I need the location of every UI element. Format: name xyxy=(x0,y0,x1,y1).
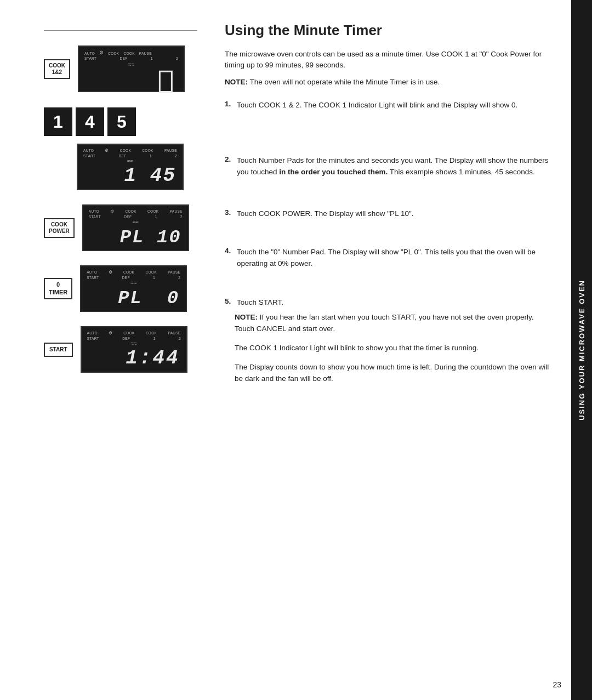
display-2-value: 1 45 xyxy=(81,164,179,187)
instruction-2-number: 2. xyxy=(225,155,235,178)
start-button[interactable]: START xyxy=(44,343,73,357)
num-5-button[interactable]: 5 xyxy=(107,107,136,136)
step3-row: COOK POWER AUTO ⚙ COOK COOK PAUSE START … xyxy=(44,204,197,251)
display-3: AUTO ⚙ COOK COOK PAUSE START DEF 1 2 ≈≈ … xyxy=(82,204,189,251)
disp-auto: AUTO xyxy=(84,52,95,55)
instruction-3-number: 3. xyxy=(225,208,235,220)
display-1-row2: START DEF 1 2 xyxy=(82,55,180,60)
intro-text: The microwave oven controls can be used … xyxy=(225,49,555,71)
display-4: AUTO ⚙ COOK COOK PAUSE START DEF 1 2 ≈≈ … xyxy=(80,265,187,312)
right-panel: Using the Minute Timer The microwave ove… xyxy=(208,0,571,700)
number-buttons: 1 4 5 xyxy=(44,107,197,136)
top-divider xyxy=(44,30,197,31)
disp-start1: START xyxy=(84,56,96,60)
main-content: COOK 1&2 AUTO ⚙ COOK COOK PAUSE START DE… xyxy=(0,0,571,700)
instruction-5-note: NOTE: If you hear the fan start when you… xyxy=(235,312,555,335)
instruction-5-text: Touch START. xyxy=(237,297,283,309)
step2-row: AUTO ⚙ COOK COOK PAUSE START DEF 1 2 ≈≈ … xyxy=(77,144,197,190)
display-5: AUTO ⚙ COOK COOK PAUSE START DEF 1 2 ≈≈ … xyxy=(81,326,187,373)
instruction-1-text: Touch COOK 1 & 2. The COOK 1 Indicator L… xyxy=(237,100,517,111)
disp-wave-icon: ≈≈ xyxy=(82,61,180,67)
display-2-top: AUTO ⚙ COOK COOK PAUSE xyxy=(81,147,179,153)
disp-cook2: COOK xyxy=(123,52,134,55)
num-4-button[interactable]: 4 xyxy=(76,107,104,136)
display-5-value: 1:44 xyxy=(85,347,183,369)
display-1-labels: AUTO ⚙ COOK COOK PAUSE xyxy=(84,50,152,55)
page-title: Using the Minute Timer xyxy=(225,22,555,39)
step1-row: COOK 1&2 AUTO ⚙ COOK COOK PAUSE START DE… xyxy=(44,45,197,92)
disp-def1: DEF xyxy=(120,56,128,60)
instruction-3: 3. Touch COOK POWER. The Display will sh… xyxy=(225,208,555,220)
side-tab-text: USING YOUR MICROWAVE OVEN xyxy=(578,280,586,420)
cook-power-button[interactable]: COOK POWER xyxy=(44,218,75,238)
instruction-4-number: 4. xyxy=(225,247,235,270)
instruction-5-note-label: NOTE: xyxy=(235,313,258,321)
instruction-5: 5. Touch START. NOTE: If you hear the fa… xyxy=(225,297,555,385)
display-1: AUTO ⚙ COOK COOK PAUSE START DEF 1 2 ≈≈ xyxy=(78,45,185,92)
instruction-2-bold: in the order you touched them. xyxy=(279,168,388,176)
page-number: 23 xyxy=(553,680,561,689)
instruction-4: 4. Touch the "0" Number Pad. The Display… xyxy=(225,247,555,270)
instruction-5-extra1: The COOK 1 Indicator Light will blink to… xyxy=(235,343,555,354)
display-2: AUTO ⚙ COOK COOK PAUSE START DEF 1 2 ≈≈ … xyxy=(77,144,184,190)
side-tab: USING YOUR MICROWAVE OVEN xyxy=(571,0,592,700)
instruction-1: 1. Touch COOK 1 & 2. The COOK 1 Indicato… xyxy=(225,100,555,111)
display-4-value: PL 0 xyxy=(84,288,183,309)
instruction-5-extra2: The Display counts down to show you how … xyxy=(235,362,555,385)
instruction-2: 2. Touch Number Pads for the minutes and… xyxy=(225,155,555,178)
instruction-1-number: 1. xyxy=(225,100,235,111)
instruction-2-text: Touch Number Pads for the minutes and se… xyxy=(237,155,555,178)
step4-row: 0 TIMER AUTO ⚙ COOK COOK PAUSE START DEF… xyxy=(44,265,197,312)
display-3-value: PL 10 xyxy=(87,227,185,248)
cook-182-button[interactable]: COOK 1&2 xyxy=(44,59,70,79)
zero-timer-button[interactable]: 0 TIMER xyxy=(44,278,72,299)
step5-row: START AUTO ⚙ COOK COOK PAUSE START DEF 1… xyxy=(44,326,197,373)
instruction-5-number: 5. xyxy=(225,297,235,309)
instruction-4-text: Touch the "0" Number Pad. The Display wi… xyxy=(237,247,555,270)
display-2-row2: START DEF 1 2 xyxy=(81,153,179,158)
num-1-button[interactable]: 1 xyxy=(44,107,72,136)
disp-wave-1: ⚙ xyxy=(99,50,104,55)
display-1-value: ⎕ xyxy=(82,69,180,97)
display-1-top: AUTO ⚙ COOK COOK PAUSE xyxy=(82,49,180,55)
note-text: NOTE: The oven will not operate while th… xyxy=(225,77,555,88)
left-panel: COOK 1&2 AUTO ⚙ COOK COOK PAUSE START DE… xyxy=(0,0,208,700)
note-content: The oven will not operate while the Minu… xyxy=(250,78,440,86)
note-label: NOTE: xyxy=(225,78,248,86)
disp-cook1: COOK xyxy=(108,52,119,55)
instruction-3-text: Touch COOK POWER. The Display will show … xyxy=(237,208,413,220)
disp-pause1: PAUSE xyxy=(139,52,152,55)
